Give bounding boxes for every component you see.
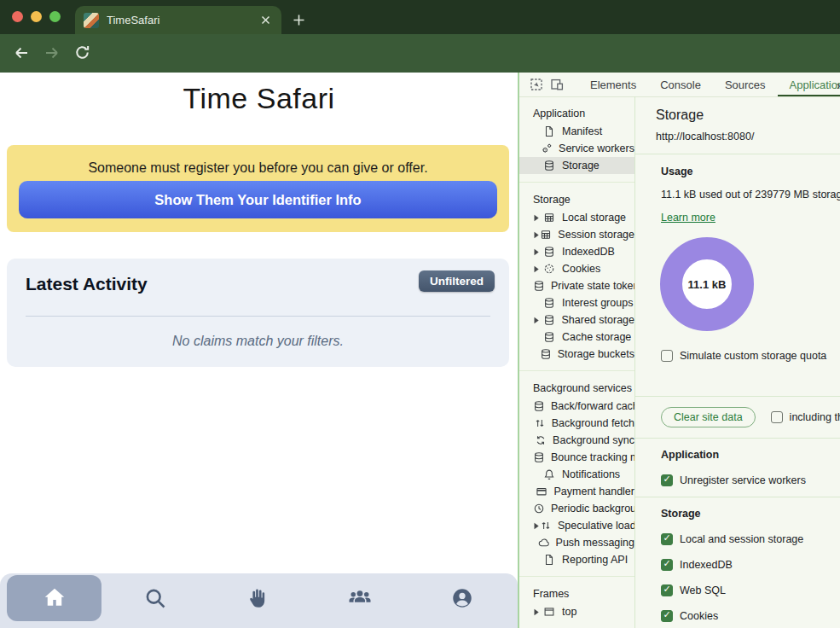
nav-people-button[interactable] xyxy=(334,575,385,621)
tree-item-interest-groups[interactable]: Interest groups xyxy=(519,294,634,311)
nav-hand-button[interactable] xyxy=(232,575,283,621)
tree-item-label: Speculative loads xyxy=(558,520,635,532)
tree-item-payment-handler[interactable]: Payment handler xyxy=(519,483,634,500)
tree-item-notifications[interactable]: Notifications xyxy=(519,466,634,483)
tree-item-top[interactable]: top xyxy=(519,603,634,620)
new-tab-button[interactable] xyxy=(288,9,309,30)
gears-icon xyxy=(541,142,553,155)
back-button[interactable] xyxy=(13,44,30,61)
third-party-cookies-checkbox[interactable] xyxy=(771,411,783,423)
expander-icon[interactable] xyxy=(533,265,542,273)
tree-item-back-forward-cache[interactable]: Back/forward cache xyxy=(519,398,634,415)
expander-icon[interactable] xyxy=(533,317,542,324)
simulate-quota-row[interactable]: Simulate custom storage quota xyxy=(661,350,840,362)
storage-row-web-sql[interactable]: Web SQL xyxy=(661,584,840,596)
application-checkbox-unregister-service-workers[interactable] xyxy=(661,474,673,486)
tab-close-icon[interactable] xyxy=(258,13,273,28)
simulate-quota-label: Simulate custom storage quota xyxy=(680,350,826,362)
storage-row-cookies[interactable]: Cookies xyxy=(661,610,840,622)
simulate-quota-checkbox[interactable] xyxy=(661,350,673,362)
tree-item-background-fetch[interactable]: Background fetch xyxy=(519,415,634,432)
tree-item-private-state-tokens[interactable]: Private state tokens xyxy=(519,277,634,294)
expander-icon[interactable] xyxy=(533,608,542,616)
inspect-element-icon[interactable] xyxy=(530,76,543,93)
usage-donut-label: 11.1 kB xyxy=(688,278,727,291)
tree-item-label: Manifest xyxy=(562,125,602,137)
storage-checkbox-indexeddb[interactable] xyxy=(661,559,673,571)
storage-checkbox-cookies[interactable] xyxy=(661,610,673,622)
browser-tab[interactable]: TimeSafari xyxy=(75,6,281,34)
expander-icon[interactable] xyxy=(533,522,540,530)
tree-item-label: Cache storage xyxy=(562,331,631,343)
tree-item-label: Back/forward cache xyxy=(551,400,635,412)
tree-item-push-messaging[interactable]: Push messaging xyxy=(519,534,634,551)
nav-search-button[interactable] xyxy=(130,575,181,621)
tree-item-cookies[interactable]: Cookies xyxy=(519,260,634,277)
tree-item-shared-storage[interactable]: Shared storage xyxy=(519,311,634,329)
devtools-body: ApplicationManifestService workersStorag… xyxy=(519,96,840,628)
tree-item-bounce-tracking-mitigation[interactable]: Bounce tracking mitigation xyxy=(519,449,634,466)
expander-icon[interactable] xyxy=(533,214,542,222)
zoom-window-button[interactable] xyxy=(49,11,61,22)
divider xyxy=(635,396,840,397)
devtools-section-frames: Framestop xyxy=(519,576,634,628)
updown-icon xyxy=(534,416,546,430)
clear-site-data-row: Clear site data including third-party co… xyxy=(661,407,840,427)
expander-icon[interactable] xyxy=(533,231,540,239)
forward-button[interactable] xyxy=(43,44,61,61)
reload-button[interactable] xyxy=(74,44,91,61)
usage-heading: Usage xyxy=(661,166,840,177)
nav-profile-button[interactable] xyxy=(437,575,488,621)
clear-site-data-button[interactable]: Clear site data xyxy=(661,407,756,427)
close-window-button[interactable] xyxy=(12,11,23,22)
storage-row-indexeddb[interactable]: IndexedDB xyxy=(661,559,840,571)
third-party-cookies-row[interactable]: including third-party cookies xyxy=(771,411,840,423)
tree-item-session-storage[interactable]: Session storage xyxy=(519,226,634,243)
devtools-tabs: ElementsConsoleSourcesApplication xyxy=(578,73,840,96)
nav-home-button[interactable] xyxy=(7,575,101,621)
unfiltered-filter-button[interactable]: Unfiltered xyxy=(419,270,495,292)
storage-row-local-and-session-storage[interactable]: Local and session storage xyxy=(661,533,840,545)
window-controls xyxy=(12,11,61,22)
database-icon xyxy=(542,159,556,172)
minimize-window-button[interactable] xyxy=(31,11,42,22)
tree-item-background-sync[interactable]: Background sync xyxy=(519,432,634,449)
storage-checkbox-web-sql[interactable] xyxy=(661,584,673,596)
storage-checkbox-local-and-session-storage[interactable] xyxy=(661,533,673,545)
devtools-tab-application[interactable]: Application xyxy=(778,73,840,96)
tree-item-reporting-api[interactable]: Reporting API xyxy=(519,551,634,568)
learn-more-link[interactable]: Learn more xyxy=(661,212,715,224)
tree-item-label: Shared storage xyxy=(562,314,634,326)
tree-item-label: Private state tokens xyxy=(551,280,635,292)
devtools-tab-console[interactable]: Console xyxy=(648,73,713,96)
tree-item-periodic-background-sync[interactable]: Periodic background sync xyxy=(519,500,634,517)
devtools-panel: ElementsConsoleSourcesApplication » Appl… xyxy=(518,73,840,628)
tree-item-local-storage[interactable]: Local storage xyxy=(519,209,634,226)
tree-item-label: Bounce tracking mitigation xyxy=(551,451,635,463)
devtools-tab-sources[interactable]: Sources xyxy=(713,73,778,96)
tree-item-storage-buckets[interactable]: Storage buckets xyxy=(519,346,634,363)
tree-item-manifest[interactable]: Manifest xyxy=(519,123,634,140)
toggle-device-toolbar-icon[interactable] xyxy=(550,76,565,93)
browser-toolbar: localhost:8080 xyxy=(0,34,840,73)
show-identifier-info-button[interactable]: Show Them Your Identifier Info xyxy=(19,181,497,218)
expander-icon[interactable] xyxy=(533,248,542,256)
tree-item-label: Background fetch xyxy=(552,417,634,429)
latest-activity-title: Latest Activity xyxy=(26,274,148,294)
section-title: Background services xyxy=(519,379,634,398)
checkbox-label: Unregister service workers xyxy=(680,474,806,486)
file-icon xyxy=(542,125,556,138)
third-party-cookies-label: including third-party cookies xyxy=(790,411,840,423)
tree-item-storage[interactable]: Storage xyxy=(519,157,634,174)
devtools-tab-elements[interactable]: Elements xyxy=(578,73,648,96)
database-icon xyxy=(542,313,556,327)
tree-item-speculative-loads[interactable]: Speculative loads xyxy=(519,517,634,534)
tree-item-service-workers[interactable]: Service workers xyxy=(519,140,634,157)
tree-item-cache-storage[interactable]: Cache storage xyxy=(519,329,634,346)
section-title: Application xyxy=(519,104,634,123)
more-tabs-icon[interactable]: » xyxy=(837,78,840,92)
browser-titlebar: TimeSafari xyxy=(0,0,840,34)
tree-item-indexeddb[interactable]: IndexedDB xyxy=(519,243,634,260)
database-icon xyxy=(533,399,545,413)
application-row-unregister-service-workers[interactable]: Unregister service workers xyxy=(661,474,840,486)
